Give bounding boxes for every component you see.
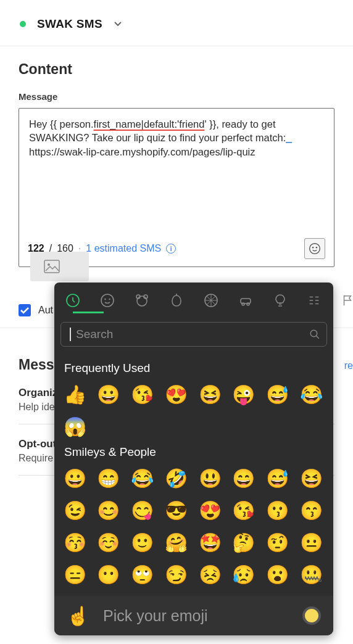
emoji-search-input[interactable]: Search (60, 322, 327, 347)
svg-point-8 (109, 299, 110, 300)
svg-point-0 (310, 244, 320, 254)
emoji-tab-travel[interactable] (238, 292, 253, 308)
emoji-tab-symbols[interactable] (307, 292, 321, 308)
svg-point-16 (310, 330, 317, 337)
emoji-cell[interactable]: 🤐 (299, 563, 323, 586)
more-link[interactable]: re (344, 360, 353, 371)
emoji-tab-smileys[interactable] (100, 292, 115, 308)
emoji-cell[interactable]: 😗 (266, 498, 289, 522)
emoji-cell[interactable]: 😚 (63, 530, 86, 554)
emoji-tab-flags[interactable] (341, 292, 353, 308)
emoji-cell[interactable]: 😉 (63, 498, 86, 522)
svg-point-4 (48, 263, 50, 266)
emoji-cell[interactable]: 😃 (198, 466, 222, 490)
svg-point-1 (312, 247, 314, 249)
emoji-cell[interactable]: 😶 (97, 563, 120, 586)
emoji-cell[interactable]: 😄 (232, 466, 255, 490)
svg-point-7 (104, 299, 106, 300)
auto-shorten-checkbox[interactable] (19, 304, 31, 316)
emoji-cell[interactable]: 😱 (63, 415, 86, 438)
emoji-cell[interactable]: 😆 (198, 382, 222, 406)
emoji-cell[interactable]: 🙄 (131, 563, 154, 586)
emoji-cell[interactable]: 👍 (63, 382, 86, 406)
emoji-cell[interactable]: 🤣 (164, 466, 188, 490)
emoji-picker-button[interactable] (304, 238, 325, 259)
search-icon (309, 329, 320, 340)
emoji-cell[interactable]: 😍 (198, 498, 222, 522)
message-text[interactable]: Hey {{ person.first_name|default:'friend… (19, 109, 334, 232)
svg-point-9 (137, 296, 147, 306)
frequently-used-title: Frequently Used (64, 361, 325, 375)
emoji-cell[interactable]: 😏 (164, 563, 188, 586)
smileys-title: Smileys & People (64, 445, 325, 459)
emoji-cell[interactable]: 😅 (266, 382, 289, 406)
emoji-cell[interactable]: 😀 (63, 466, 86, 490)
emoji-cell[interactable]: 😮 (266, 563, 289, 586)
svg-point-14 (242, 303, 244, 305)
message-editor[interactable]: Hey {{ person.first_name|default:'friend… (19, 108, 334, 267)
emoji-tab-food[interactable] (169, 292, 184, 308)
emoji-cell[interactable]: 😜 (232, 382, 255, 406)
emoji-cell[interactable]: 😣 (198, 563, 222, 586)
svg-point-6 (101, 294, 114, 307)
emoji-cell[interactable]: 😙 (299, 498, 323, 522)
info-icon[interactable]: i (166, 244, 176, 254)
emoji-cell[interactable]: 🤨 (266, 530, 289, 554)
emoji-cell[interactable]: 😆 (299, 466, 323, 490)
search-placeholder: Search (76, 328, 304, 341)
emoji-cell[interactable]: 😊 (97, 498, 120, 522)
emoji-cell[interactable]: 🙂 (131, 530, 154, 554)
message-prefix: Hey {{ person. (29, 118, 94, 130)
emoji-cell[interactable]: 😐 (299, 530, 323, 554)
page-title: SWAK SMS (37, 17, 102, 31)
tab-underline (73, 312, 104, 313)
sms-estimate[interactable]: 1 estimated SMS (86, 243, 161, 254)
footer-preview-emoji: ☝️ (67, 605, 89, 627)
emoji-tab-animals[interactable] (135, 292, 149, 308)
emoji-tab-activity[interactable] (204, 292, 218, 308)
emoji-cell[interactable]: 😂 (131, 466, 154, 490)
emoji-cell[interactable]: 😍 (164, 382, 188, 406)
emoji-cell[interactable]: ☺️ (97, 530, 120, 554)
auto-shorten-label: Aut (38, 305, 53, 316)
search-cursor (70, 328, 71, 341)
message-url: https://swak-lip-care.myshopify.com/page… (29, 146, 255, 157)
emoji-tab-objects[interactable] (273, 292, 288, 308)
emoji-cell[interactable]: 😁 (97, 466, 120, 490)
emoji-cell[interactable]: 😘 (232, 498, 255, 522)
text-cursor (286, 142, 292, 143)
message-token: first_name|default:'friend (94, 118, 205, 130)
content-section-title: Content (19, 61, 334, 78)
emoji-cell[interactable]: 😎 (164, 498, 188, 522)
footer-text: Pick your emoji (103, 607, 289, 625)
svg-rect-3 (44, 260, 59, 273)
emoji-cell[interactable]: 😑 (63, 563, 86, 586)
svg-point-2 (316, 247, 318, 249)
emoji-cell[interactable]: 😂 (299, 382, 323, 406)
message-label: Message (19, 91, 334, 102)
emoji-cell[interactable]: 🤗 (164, 530, 188, 554)
dropdown-caret-icon[interactable] (114, 21, 122, 27)
emoji-cell[interactable]: 😥 (232, 563, 255, 586)
emoji-cell[interactable]: 😋 (131, 498, 154, 522)
image-upload-button[interactable] (30, 252, 89, 281)
skin-tone-selector[interactable] (302, 606, 321, 625)
emoji-cell[interactable]: 😘 (131, 382, 154, 406)
emoji-picker: Search Frequently Used 👍😀😘😍😆😜😅😂😱 Smileys… (54, 283, 333, 635)
emoji-tab-recent[interactable] (65, 292, 80, 308)
emoji-cell[interactable]: 🤔 (232, 530, 255, 554)
status-dot (20, 21, 26, 27)
emoji-cell[interactable]: 😀 (97, 382, 120, 406)
svg-point-15 (247, 303, 249, 305)
emoji-cell[interactable]: 😅 (266, 466, 289, 490)
emoji-cell[interactable]: 🤩 (198, 530, 222, 554)
